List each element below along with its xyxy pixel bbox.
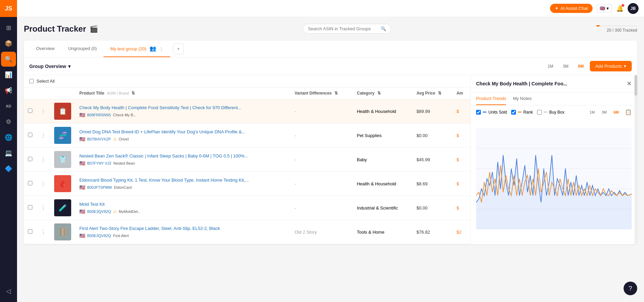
row-checkbox-4[interactable] [24,172,36,196]
row-product-info-2: Orivet Dog DNA Test Breed-ID + LifePlan … [75,123,290,148]
legend-rank-checkbox[interactable] [511,110,516,115]
row-menu-3[interactable]: ⋮ [36,148,50,172]
help-button[interactable]: ? [624,282,637,295]
row-menu-2[interactable]: ⋮ [36,123,50,148]
tab-overview[interactable]: Overview [29,41,61,56]
tab-my-test-group[interactable]: My test group (20) 👥 ⋮ [104,40,170,57]
search-box: 🔍 [303,24,391,34]
product-title-5[interactable]: Mold Test Kit [79,201,286,207]
sidebar-item-ads[interactable]: AD [1,99,16,114]
sidebar-item-tracker[interactable]: 🔍 [1,52,16,67]
add-products-button[interactable]: Add Products ▾ [590,61,632,71]
search-input[interactable] [308,26,378,31]
sidebar-item-dashboard[interactable]: ⊞ [1,20,16,35]
chart-view-icon[interactable]: 📋 [625,109,632,115]
row-am-3: $ [452,148,470,172]
product-title-2[interactable]: Orivet Dog DNA Test Breed-ID + LifePlan … [79,129,286,135]
group-members-icon[interactable]: 👥 [150,46,156,51]
row-image-4: 🩸 [50,172,75,196]
chart-period-1m[interactable]: 1M [587,109,597,115]
row-price-6: $76.82 [412,220,452,244]
legend-units-sold-checkbox[interactable] [476,110,481,115]
sort-icon[interactable]: ⇅ [334,91,338,96]
row-menu-5[interactable]: ⋮ [36,196,50,220]
row-menu-4[interactable]: ⋮ [36,172,50,196]
select-all-checkbox[interactable]: Select All [29,79,54,84]
row-menu-6[interactable]: ⋮ [36,220,50,244]
row-price-5: $0.00 [412,196,452,220]
row-am-1: $ [452,99,470,123]
search-icon: 🔍 [381,26,386,31]
add-tab-button[interactable]: + [173,44,184,54]
legend-rank-label: Rank [523,110,533,115]
row-variant-6: Old 2 Story [290,220,353,244]
col-variant: Variant Differences ⇅ [290,87,353,99]
row-checkbox-5[interactable] [24,196,36,220]
row-am-6: $2 [452,220,470,244]
video-icon[interactable]: 🎬 [90,25,98,33]
product-meta-1: 🇺🇸 B08FRR5N9S Check My B... [79,112,286,118]
row-price-2: $0.00 [412,123,452,148]
table-area: Select All Product Title [24,75,470,244]
products-table: Product Title ASIN | Brand ⇅ Variant Dif… [24,87,470,244]
group-overview-label: Group Overview [29,64,66,69]
period-3m-button[interactable]: 3M [560,63,572,70]
sidebar-item-advertising[interactable]: 📢 [1,83,16,98]
row-am-5: $ [452,196,470,220]
row-menu-1[interactable]: ⋮ [36,99,50,123]
product-meta-4: 🇺🇸 B00JFTSPMW EldonCard [79,185,286,190]
row-checkbox-6[interactable] [24,220,36,244]
topbar: ✦ Al Assist Chat 🇬🇧 ▾ 🔔 JB [17,0,644,17]
legend-rank[interactable]: Rank [511,110,533,115]
sidebar-item-extra[interactable]: 🔷 [1,161,16,176]
row-variant-4: - [290,172,353,196]
legend-units-sold[interactable]: Units Sold [476,110,507,115]
ai-assist-icon: ✦ [555,6,559,11]
select-all-input[interactable] [29,79,34,83]
sidebar-item-settings[interactable]: ⚙ [1,114,16,129]
row-category-5: Industrial & Scientific [353,196,412,220]
product-title-1[interactable]: Check My Body Health | Complete Food Sen… [79,105,286,111]
sidebar-item-global[interactable]: 🌐 [1,130,16,145]
chevron-down-icon: ▾ [68,64,70,69]
product-title-6[interactable]: First Alert Two-Story Fire Escape Ladder… [79,225,286,232]
product-title-4[interactable]: Eldoncard Blood Typing Kit, 1 Test, Know… [79,177,286,183]
sidebar-item-products[interactable]: 📦 [1,36,16,51]
chart-area [471,119,637,244]
legend-buy-box-checkbox[interactable] [537,110,542,115]
side-tab-my-notes[interactable]: My Notes [513,93,532,105]
row-checkbox-1[interactable] [24,99,36,123]
sort-icon[interactable]: ⇅ [377,91,381,96]
tracked-bar [596,25,637,27]
tab-ungrouped[interactable]: Ungrouped (0) [61,41,104,56]
period-6m-button[interactable]: 6M [575,63,587,70]
sidebar-collapse-btn[interactable]: ◁ [1,284,16,299]
group-overview-button[interactable]: Group Overview ▾ [29,64,70,69]
row-product-info-4: Eldoncard Blood Typing Kit, 1 Test, Know… [75,172,290,196]
group-more-icon[interactable]: ⋮ [159,46,163,51]
period-1m-button[interactable]: 1M [544,63,557,70]
row-checkbox-2[interactable] [24,123,36,148]
sort-icon[interactable]: ⇅ [131,91,135,96]
sidebar-item-analytics[interactable]: 📊 [1,67,16,82]
chart-period-3m[interactable]: 3M [599,109,609,115]
chart-period-6m[interactable]: 6M [611,109,622,115]
product-meta-5: 🇺🇸 B00E3QV82Q ⚠ MyMoldDet... [79,209,286,214]
avatar[interactable]: JB [628,3,639,14]
tracked-info: 20 / 300 Tracked [596,25,637,33]
ai-assist-button[interactable]: ✦ Al Assist Chat [550,4,593,13]
col-product-title: Product Title ASIN | Brand ⇅ [75,87,290,99]
sidebar-item-dev[interactable]: 💻 [1,146,16,161]
flag-selector[interactable]: 🇬🇧 ▾ [597,4,612,13]
product-title-3[interactable]: Nested Bean Zen Sack® Classic | Infant S… [79,153,286,159]
notification-button[interactable]: 🔔 [616,5,624,12]
close-button[interactable]: ✕ [627,81,632,87]
side-tab-product-trends[interactable]: Product Trends [476,93,506,105]
sidebar-bottom: ◁ [1,284,16,302]
sort-icon[interactable]: ⇅ [438,91,441,96]
row-checkbox-3[interactable] [24,148,36,172]
tracked-bar-fill [596,25,600,27]
chart-legend: Units Sold Rank Buy [476,110,564,115]
chevron-down-icon: ▾ [607,6,609,11]
legend-buy-box[interactable]: Buy Box [537,110,565,115]
